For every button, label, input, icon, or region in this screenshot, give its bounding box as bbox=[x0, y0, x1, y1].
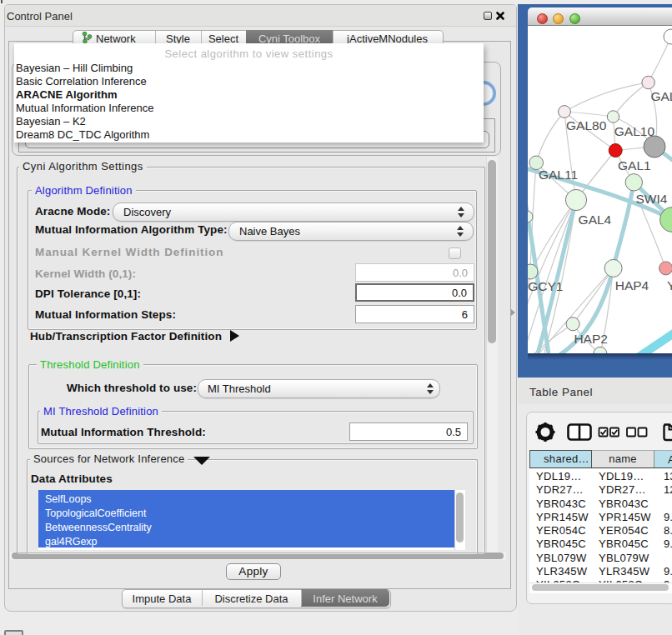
svg-text:YM: YM bbox=[667, 278, 672, 292]
svg-text:GAL10: GAL10 bbox=[614, 124, 655, 138]
svg-text:GAL7: GAL7 bbox=[650, 89, 672, 103]
svg-text:SWI4: SWI4 bbox=[636, 192, 668, 206]
svg-text:GAL11: GAL11 bbox=[539, 168, 578, 182]
svg-text:GAL1: GAL1 bbox=[618, 158, 651, 172]
svg-text:GAL80: GAL80 bbox=[566, 118, 607, 132]
svg-text:GAL4: GAL4 bbox=[579, 212, 612, 227]
svg-text:GCY1: GCY1 bbox=[528, 279, 563, 293]
svg-text:HAP4: HAP4 bbox=[615, 278, 649, 292]
svg-text:HAP2: HAP2 bbox=[574, 332, 608, 346]
